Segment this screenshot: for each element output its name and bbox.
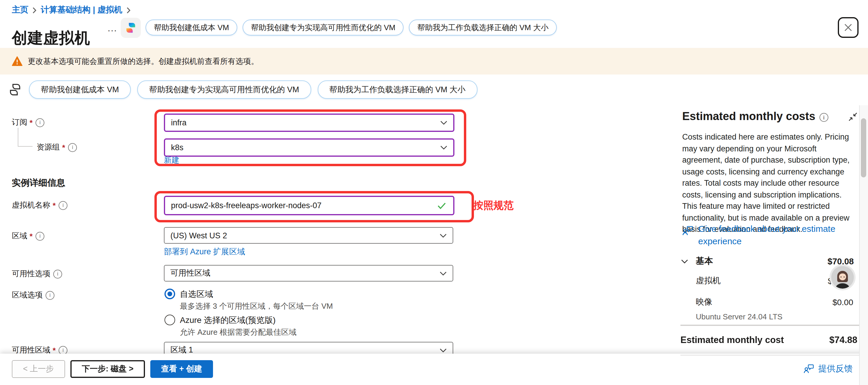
availability-options-label: 可用性选项 i (12, 268, 62, 279)
vm-name-label: 虚拟机名称* i (12, 200, 67, 211)
give-feedback-button[interactable]: 提供反馈 (804, 363, 852, 374)
info-icon[interactable]: i (68, 143, 77, 152)
page-title: 创建虚拟机 (12, 28, 90, 49)
instance-details-heading: 实例详细信息 (12, 178, 65, 189)
more-menu-button[interactable]: … (107, 23, 118, 34)
next-step-disks-button[interactable]: 下一步: 磁盘 > (70, 360, 145, 378)
copilot-button[interactable] (121, 18, 141, 38)
connector-line (18, 128, 18, 146)
suggestion-low-cost-vm-button[interactable]: 帮助我创建低成本 VM (146, 20, 237, 35)
chevron-down-icon (440, 233, 447, 237)
chevron-down-icon[interactable] (681, 259, 688, 263)
resource-group-value: k8s (171, 143, 183, 152)
divider (680, 355, 860, 355)
deploy-extended-zone-link[interactable]: 部署到 Azure 扩展区域 (164, 247, 245, 257)
info-icon[interactable]: i (59, 346, 67, 355)
self-selected-zone-radio-label[interactable]: 自选区域 (180, 289, 213, 300)
info-icon[interactable]: i (35, 231, 44, 240)
cost-group-label: 基本 (696, 255, 713, 267)
connector-line (18, 146, 33, 147)
zone-options-label: 区域选项 i (12, 290, 55, 300)
feedback-icon (804, 364, 814, 374)
estimate-feedback-link[interactable]: Give feedback about your estimate experi… (682, 222, 853, 247)
suggestion-high-availability-button[interactable]: 帮助我创建专为实现高可用性而优化的 VM (243, 20, 404, 35)
copilot-outline-icon (8, 82, 23, 97)
close-button[interactable] (838, 17, 859, 38)
create-vm-page: 主页 计算基础结构 | 虚拟机 创建虚拟机 … 帮助我创建低成本 (0, 0, 868, 385)
copilot-icon (124, 21, 137, 34)
vm-name-value: prod-usw2-k8s-freeleaps-worker-nodes-07 (171, 201, 321, 210)
estimated-costs-title: Estimated monthly costs i (682, 110, 828, 123)
subscription-dropdown[interactable]: infra (164, 114, 455, 132)
suggestion-right-size-button[interactable]: 帮助我为工作负载选择正确的 VM 大小 (317, 81, 477, 99)
suggestion-high-availability-button[interactable]: 帮助我创建专为实现高可用性而优化的 VM (137, 81, 311, 99)
region-label: 区域* i (12, 231, 44, 241)
subscription-label: 订阅* i (12, 117, 44, 128)
previous-step-button[interactable]: < 上一步 (12, 360, 65, 378)
info-icon[interactable]: i (59, 201, 67, 210)
vm-name-input[interactable]: prod-usw2-k8s-freeleaps-worker-nodes-07 (164, 196, 455, 215)
suggestion-low-cost-vm-button[interactable]: 帮助我创建低成本 VM (29, 81, 131, 99)
cost-disclaimer-text: Costs indicated here are estimates only.… (682, 131, 856, 235)
azure-selected-zone-radio-label[interactable]: Azure 选择的区域(预览版) (180, 315, 276, 326)
info-icon[interactable]: i (45, 291, 55, 299)
copilot-suggestions-top: 帮助我创建低成本 VM 帮助我创建专为实现高可用性而优化的 VM 帮助我为工作负… (146, 20, 557, 35)
chevron-right-icon (126, 7, 130, 13)
warning-text: 更改基本选项可能会重置所做的选择。创建虚拟机前查看所有选项。 (28, 56, 258, 67)
close-icon (844, 24, 852, 31)
region-value: (US) West US 2 (170, 231, 227, 240)
scrollbar-track[interactable] (859, 105, 868, 385)
suggestion-right-size-button[interactable]: 帮助我为工作负载选择正确的 VM 大小 (409, 20, 557, 35)
wizard-footer: < 上一步 下一步: 磁盘 > 查看 + 创建 (0, 354, 868, 385)
region-dropdown[interactable]: (US) West US 2 (164, 227, 453, 244)
resource-group-dropdown[interactable]: k8s (164, 138, 455, 157)
annotation-text: 按照规范 (473, 199, 514, 212)
self-selected-zone-description: 最多选择 3 个可用性区域，每个区域一台 VM (180, 301, 333, 312)
info-icon[interactable]: i (53, 269, 62, 278)
azure-selected-zone-radio[interactable] (164, 315, 175, 325)
info-icon[interactable]: i (35, 118, 44, 127)
create-new-resource-group-link[interactable]: 新建 (164, 155, 179, 166)
valid-check-icon (437, 202, 446, 209)
feedback-icon (682, 225, 693, 236)
divider (680, 325, 860, 326)
availability-options-dropdown[interactable]: 可用性区域 (164, 265, 453, 282)
estimated-monthly-cost-row: Estimated monthly cost $74.88 (680, 335, 857, 345)
cost-row-image: 映像 $0.00 (696, 297, 853, 308)
chevron-right-icon (33, 7, 37, 13)
warning-icon (12, 56, 23, 66)
cost-group-row: 基本 $70.08 (681, 255, 854, 267)
warning-banner: 更改基本选项可能会重置所做的选择。创建虚拟机前查看所有选项。 (0, 48, 868, 74)
azure-selected-zone-description: 允许 Azure 根据需要分配最佳区域 (180, 327, 297, 338)
subscription-value: infra (171, 118, 187, 127)
chevron-down-icon (440, 146, 447, 150)
assistant-avatar[interactable] (830, 264, 856, 290)
chevron-down-icon (440, 121, 447, 125)
chevron-down-icon (440, 271, 447, 275)
self-selected-zone-radio[interactable] (164, 289, 175, 299)
availability-options-value: 可用性区域 (170, 268, 210, 279)
chevron-down-icon (440, 348, 447, 352)
scrollbar-thumb[interactable] (861, 118, 866, 178)
breadcrumb-vm-link[interactable]: 计算基础结构 | 虚拟机 (41, 5, 122, 15)
resource-group-label: 资源组* i (37, 142, 77, 153)
info-icon[interactable]: i (819, 113, 828, 122)
breadcrumb: 主页 计算基础结构 | 虚拟机 (12, 5, 130, 15)
breadcrumb-home-link[interactable]: 主页 (12, 5, 28, 15)
collapse-panel-icon[interactable] (848, 113, 857, 121)
cost-row-image-sub: Ubuntu Server 24.04 LTS (696, 312, 782, 321)
review-create-button[interactable]: 查看 + 创建 (150, 360, 213, 378)
copilot-suggestions-row: 帮助我创建低成本 VM 帮助我创建专为实现高可用性而优化的 VM 帮助我为工作负… (8, 81, 477, 99)
